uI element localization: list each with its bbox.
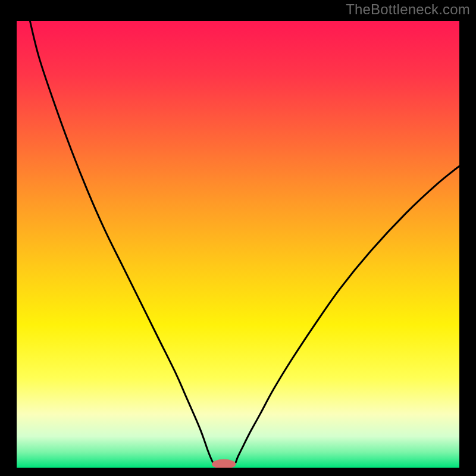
chart-svg bbox=[0, 0, 476, 476]
svg-rect-1 bbox=[0, 468, 476, 476]
watermark-text: TheBottleneck.com bbox=[346, 1, 470, 18]
svg-rect-3 bbox=[459, 0, 476, 476]
svg-rect-2 bbox=[0, 0, 17, 476]
bottleneck-chart: TheBottleneck.com bbox=[0, 0, 476, 476]
plot-background bbox=[17, 21, 459, 468]
minimum-marker bbox=[212, 459, 236, 469]
